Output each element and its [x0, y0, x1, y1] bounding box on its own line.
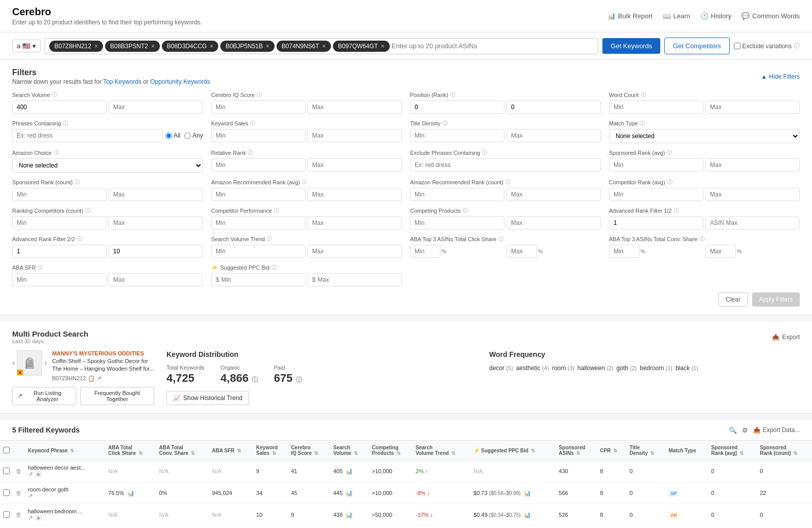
sponsored-rank-avg-max[interactable] — [705, 158, 800, 172]
th-aba-sfr[interactable]: ABA SFR ⇅ — [209, 441, 253, 460]
advanced-rank-2-max[interactable] — [109, 245, 203, 258]
advanced-rank-2-min[interactable] — [12, 245, 107, 258]
delete-row-1-icon[interactable]: 🗑 — [16, 468, 22, 475]
search-volume-min[interactable] — [12, 101, 107, 114]
th-aba-click-share[interactable]: ABA TotalClick Share ⇅ — [105, 441, 156, 460]
export-data-btn[interactable]: 📤 Export Data... — [753, 426, 800, 434]
export-button[interactable]: 📤 Export — [772, 334, 800, 341]
relative-rank-info-icon[interactable]: ⓘ — [248, 149, 253, 156]
th-sp-rank-count[interactable]: SponsoredRank (count) ⇅ — [757, 441, 812, 460]
aba-click-share-max[interactable] — [506, 245, 537, 258]
cerebro-iq-max[interactable] — [308, 101, 402, 114]
asin-tag-6[interactable]: B097QW64GT × — [333, 41, 390, 52]
search-volume-trend-max[interactable] — [308, 245, 402, 258]
search-volume-trend-min[interactable] — [211, 245, 306, 258]
radio-all[interactable]: All — [165, 132, 180, 139]
remove-asin-6[interactable]: × — [381, 43, 385, 50]
competitor-rank-avg-min[interactable] — [609, 188, 703, 201]
td-check-3[interactable] — [0, 504, 13, 526]
th-select-all[interactable] — [0, 441, 13, 460]
show-historical-trend-button[interactable]: 📈 Show Historical Trend — [166, 391, 249, 405]
ppc-chart-2[interactable]: 📊 — [524, 490, 531, 496]
external-link-icon[interactable]: ↗ — [97, 375, 101, 382]
row-check-1[interactable] — [3, 468, 10, 474]
asin-search-input[interactable] — [392, 41, 594, 52]
settings-icon[interactable]: ⚙ — [742, 426, 748, 434]
row-check-2[interactable] — [3, 489, 10, 496]
relative-rank-max[interactable] — [308, 158, 402, 172]
search-icon[interactable]: 🔍 — [729, 426, 737, 434]
th-vol-trend[interactable]: SearchVolume Trend ⇅ — [413, 441, 470, 460]
th-cpr[interactable]: CPR ⇅ — [597, 441, 626, 460]
th-sp-rank-avg[interactable]: SponsoredRank (avg) ⇅ — [708, 441, 757, 460]
td-del-1[interactable]: 🗑 — [13, 460, 25, 482]
word-count-max[interactable] — [705, 101, 800, 114]
exclude-phrases-info-icon[interactable]: ⓘ — [482, 149, 487, 156]
competitor-rank-avg-info-icon[interactable]: ⓘ — [667, 179, 672, 186]
aba-chart-2[interactable]: 📊 — [127, 490, 134, 496]
competitor-performance-min[interactable] — [211, 216, 306, 229]
title-density-max[interactable] — [506, 129, 601, 142]
position-rank-min[interactable] — [410, 101, 504, 114]
sponsored-rank-count-min[interactable] — [12, 188, 107, 201]
advanced-rank-1-info-icon[interactable]: ⓘ — [674, 207, 679, 214]
cerebro-iq-min[interactable] — [211, 101, 306, 114]
product-next-btn[interactable]: › — [44, 358, 47, 368]
amz-rec-rank-avg-max[interactable] — [308, 188, 402, 201]
th-keyword-phrase[interactable]: Keyword Phrase ⇅ — [25, 441, 105, 460]
amz-rec-rank-avg-info-icon[interactable]: ⓘ — [302, 179, 307, 186]
advanced-rank-1-min[interactable] — [609, 216, 703, 229]
aba-conv-share-max[interactable] — [705, 245, 736, 258]
td-del-2[interactable]: 🗑 — [13, 482, 25, 504]
th-competing-products[interactable]: CompetingProducts ⇅ — [369, 441, 413, 460]
advanced-rank-1-max[interactable] — [705, 216, 800, 229]
amz-rec-rank-count-max[interactable] — [506, 188, 601, 201]
sponsored-rank-avg-info-icon[interactable]: ⓘ — [667, 149, 672, 156]
keyword-sales-info-icon[interactable]: ⓘ — [250, 120, 255, 127]
remove-asin-5[interactable]: × — [322, 43, 326, 50]
delete-row-2-icon[interactable]: 🗑 — [16, 489, 22, 497]
opportunity-keywords-link[interactable]: Opportunity Keywords — [150, 78, 210, 85]
aba-click-share-info-icon[interactable]: ⓘ — [498, 236, 503, 243]
country-selector[interactable]: a 🇺🇸 ▾ — [12, 40, 41, 52]
row-check-3[interactable] — [3, 511, 10, 518]
vol-chart-icon-2[interactable]: 📊 — [346, 490, 353, 496]
paid-info-icon[interactable]: ⓘ — [296, 376, 302, 383]
th-match-type[interactable]: Match Type — [665, 441, 708, 460]
asin-tag-5[interactable]: B074N9NS6T × — [277, 41, 331, 52]
search-volume-info-icon[interactable]: ⓘ — [52, 91, 57, 98]
competing-products-max[interactable] — [506, 216, 601, 229]
position-rank-info-icon[interactable]: ⓘ — [450, 91, 455, 98]
hide-filters-btn[interactable]: ▲ Hide Filters — [761, 73, 800, 80]
th-ppc-bid[interactable]: ⚡ Suggested PPC Bid ⇅ — [470, 441, 556, 460]
exclude-variations-checkbox[interactable] — [734, 43, 740, 49]
sponsored-rank-avg-min[interactable] — [609, 158, 703, 172]
competitor-performance-max[interactable] — [308, 216, 402, 229]
sponsored-rank-count-info-icon[interactable]: ⓘ — [75, 179, 80, 186]
position-rank-max[interactable] — [506, 101, 601, 114]
th-search-volume[interactable]: SearchVolume ⇅ — [330, 441, 369, 460]
ppc-bid-info-icon[interactable]: ⓘ — [272, 264, 277, 271]
td-check-4[interactable] — [0, 526, 13, 529]
top-keywords-link[interactable]: Top Keywords — [103, 78, 141, 85]
remove-asin-4[interactable]: × — [266, 43, 269, 50]
ppc-bid-min-input[interactable] — [221, 276, 301, 283]
search-volume-trend-info-icon[interactable]: ⓘ — [267, 236, 272, 243]
vol-chart-icon-3[interactable]: 📊 — [346, 512, 353, 518]
competitor-rank-avg-max[interactable] — [705, 188, 800, 201]
advanced-rank-2-info-icon[interactable]: ⓘ — [77, 236, 82, 243]
th-sponsored-asins[interactable]: SponsoredASINs ⇅ — [556, 441, 597, 460]
phrases-containing-info-icon[interactable]: ⓘ — [63, 120, 68, 127]
title-density-min[interactable] — [410, 129, 504, 142]
competing-products-info-icon[interactable]: ⓘ — [463, 207, 468, 214]
title-density-info-icon[interactable]: ⓘ — [443, 120, 448, 127]
competitor-performance-info-icon[interactable]: ⓘ — [274, 207, 279, 214]
aba-conv-share-info-icon[interactable]: ⓘ — [699, 236, 704, 243]
ranking-competitors-max[interactable] — [109, 216, 203, 229]
th-cerebro-iq[interactable]: CerebroIQ Score ⇅ — [288, 441, 330, 460]
ranking-competitors-min[interactable] — [12, 216, 107, 229]
word-count-min[interactable] — [609, 101, 703, 114]
asin-tag-2[interactable]: B08B3PSNT2 × — [105, 41, 160, 52]
copy-icon[interactable]: 📋 — [88, 375, 95, 382]
radio-any[interactable]: Any — [184, 132, 203, 139]
